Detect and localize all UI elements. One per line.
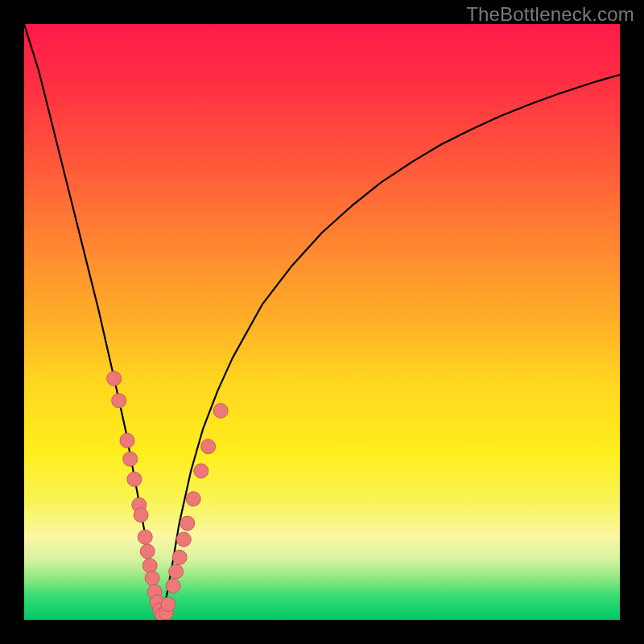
data-marker — [120, 433, 134, 448]
data-marker — [138, 530, 152, 544]
chart-svg — [24, 24, 620, 620]
data-marker — [142, 559, 157, 573]
data-marker — [186, 492, 200, 506]
marker-layer — [107, 371, 228, 620]
data-marker — [180, 516, 195, 530]
data-marker — [123, 452, 138, 466]
data-marker — [201, 440, 216, 454]
watermark-text: TheBottleneck.com — [466, 5, 634, 24]
chart-frame: TheBottleneck.com — [0, 0, 644, 644]
data-marker — [161, 597, 175, 612]
data-marker — [112, 394, 126, 408]
data-marker — [166, 579, 180, 593]
data-marker — [172, 550, 187, 564]
data-marker — [213, 403, 228, 418]
data-marker — [140, 544, 155, 559]
data-marker — [176, 532, 191, 547]
data-marker — [145, 571, 159, 585]
data-marker — [169, 564, 184, 579]
data-marker — [107, 371, 122, 386]
data-marker — [134, 508, 148, 522]
data-marker — [194, 464, 208, 478]
curve-path — [24, 24, 620, 617]
plot-area — [24, 24, 620, 620]
data-marker — [127, 472, 142, 486]
bottleneck-curve — [24, 24, 620, 617]
